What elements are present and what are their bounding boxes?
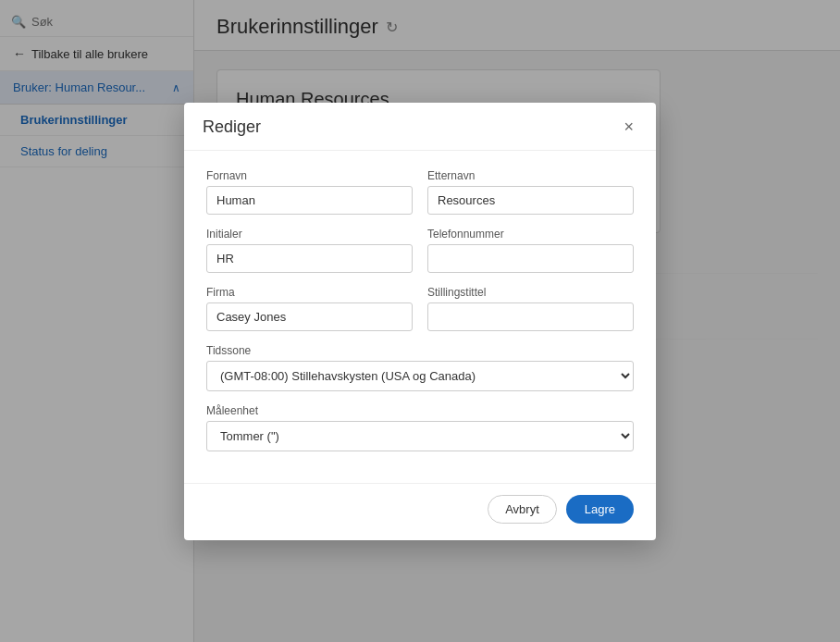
first-name-group: Fornavn bbox=[206, 169, 413, 215]
modal-footer: Avbryt Lagre bbox=[184, 483, 656, 540]
initials-phone-row: Initialer Telefonnummer bbox=[206, 228, 634, 273]
company-title-row: Firma Stillingstittel bbox=[206, 286, 634, 331]
title-input[interactable] bbox=[427, 302, 634, 331]
cancel-button[interactable]: Avbryt bbox=[488, 495, 557, 524]
initials-group: Initialer bbox=[206, 228, 413, 273]
last-name-label: Etternavn bbox=[427, 169, 634, 182]
company-label: Firma bbox=[206, 286, 413, 299]
modal-overlay[interactable]: Rediger × Fornavn Etternavn Initialer bbox=[0, 0, 840, 642]
unit-select[interactable]: Tommer (") Millimeter (mm) Centimeter (c… bbox=[206, 421, 634, 451]
last-name-input[interactable] bbox=[427, 186, 634, 215]
modal-close-button[interactable]: × bbox=[620, 118, 637, 135]
modal-body: Fornavn Etternavn Initialer Telefonnumme… bbox=[184, 151, 656, 483]
modal-title: Rediger bbox=[203, 117, 261, 137]
initials-input[interactable] bbox=[206, 244, 413, 273]
name-row: Fornavn Etternavn bbox=[206, 169, 634, 215]
company-group: Firma bbox=[206, 286, 413, 331]
timezone-select[interactable]: (GMT-08:00) Stillehavskysten (USA og Can… bbox=[206, 361, 634, 391]
first-name-label: Fornavn bbox=[206, 169, 413, 182]
initials-label: Initialer bbox=[206, 228, 413, 241]
unit-label: Måleenhet bbox=[206, 404, 634, 417]
company-input[interactable] bbox=[206, 302, 413, 331]
title-group: Stillingstittel bbox=[427, 286, 634, 331]
modal-header: Rediger × bbox=[184, 103, 656, 151]
phone-label: Telefonnummer bbox=[427, 228, 634, 241]
first-name-input[interactable] bbox=[206, 186, 413, 215]
last-name-group: Etternavn bbox=[427, 169, 634, 215]
save-button[interactable]: Lagre bbox=[566, 495, 634, 524]
phone-group: Telefonnummer bbox=[427, 228, 634, 273]
edit-modal: Rediger × Fornavn Etternavn Initialer bbox=[184, 103, 656, 540]
unit-group: Måleenhet Tommer (") Millimeter (mm) Cen… bbox=[206, 404, 634, 451]
title-label: Stillingstittel bbox=[427, 286, 634, 299]
timezone-group: Tidssone (GMT-08:00) Stillehavskysten (U… bbox=[206, 344, 634, 391]
phone-input[interactable] bbox=[427, 244, 634, 273]
timezone-label: Tidssone bbox=[206, 344, 634, 357]
